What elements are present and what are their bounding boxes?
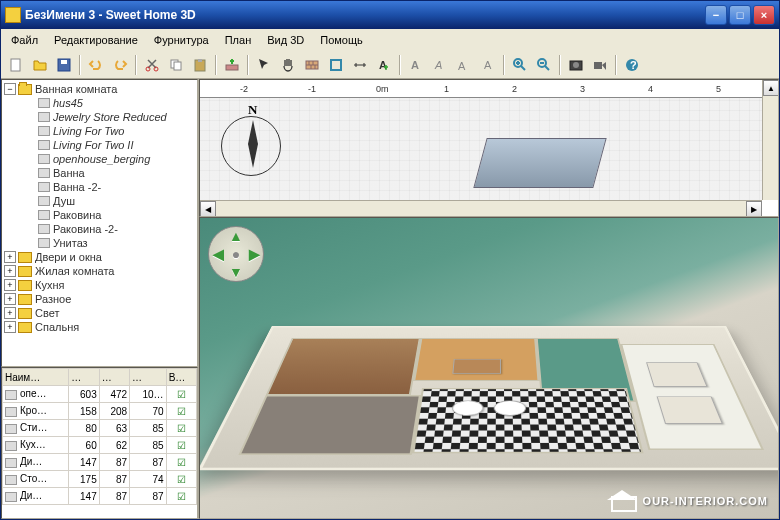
tree-category[interactable]: +Разное (4, 292, 195, 306)
new-button[interactable] (5, 54, 27, 76)
room-hall[interactable] (238, 395, 421, 455)
text-bold-button[interactable]: A (405, 54, 427, 76)
tree-category[interactable]: +Спальня (4, 320, 195, 334)
cell-visible[interactable]: ☑ (166, 437, 196, 454)
dimension-tool[interactable] (349, 54, 371, 76)
tree-item[interactable]: Jewelry Store Reduced (4, 110, 195, 124)
room-checker[interactable] (412, 388, 643, 453)
tree-item[interactable]: Душ (4, 194, 195, 208)
expand-icon[interactable]: + (4, 279, 16, 291)
furniture-sink-1[interactable] (452, 401, 484, 416)
table-header[interactable]: В… (166, 369, 196, 386)
pan-tool[interactable] (277, 54, 299, 76)
tree-item[interactable]: Раковина -2- (4, 222, 195, 236)
nav-left-button[interactable]: ◀ (213, 246, 224, 262)
nav-down-button[interactable]: ▼ (229, 264, 243, 280)
copy-button[interactable] (165, 54, 187, 76)
titlebar[interactable]: БезИмени 3 - Sweet Home 3D − □ × (1, 1, 779, 29)
menu-file[interactable]: Файл (5, 32, 44, 48)
tree-item[interactable]: openhouse_berging (4, 152, 195, 166)
open-button[interactable] (29, 54, 51, 76)
cell-visible[interactable]: ☑ (166, 386, 196, 403)
text-italic-button[interactable]: A (429, 54, 451, 76)
compass[interactable]: N (216, 104, 286, 174)
table-header[interactable]: … (69, 369, 99, 386)
text-tool[interactable]: A (373, 54, 395, 76)
menu-plan[interactable]: План (219, 32, 258, 48)
expand-icon[interactable]: + (4, 307, 16, 319)
close-button[interactable]: × (753, 5, 775, 25)
expand-icon[interactable]: + (4, 321, 16, 333)
add-furniture-button[interactable] (221, 54, 243, 76)
undo-button[interactable] (85, 54, 107, 76)
zoom-out-button[interactable] (533, 54, 555, 76)
tree-item[interactable]: Living For Two II (4, 138, 195, 152)
catalog-tree[interactable]: − Ванная комната hus45Jewelry Store Redu… (1, 79, 198, 367)
text-inc-button[interactable]: A (453, 54, 475, 76)
tree-item[interactable]: Унитаз (4, 236, 195, 250)
room-bedroom[interactable] (265, 338, 420, 395)
table-row[interactable]: Кро…15820870☑ (3, 403, 197, 420)
furniture-table[interactable]: Наим…………В… опе…60347210…☑Кро…15820870☑Ст… (1, 367, 198, 519)
table-row[interactable]: опе…60347210…☑ (3, 386, 197, 403)
cell-visible[interactable]: ☑ (166, 471, 196, 488)
help-button[interactable]: ? (621, 54, 643, 76)
menu-furniture[interactable]: Фурнитура (148, 32, 215, 48)
scroll-up-button[interactable]: ▲ (763, 80, 779, 96)
tree-item[interactable]: Раковина (4, 208, 195, 222)
room-kitchen[interactable] (413, 338, 539, 381)
tree-category[interactable]: +Жилая комната (4, 264, 195, 278)
tree-category[interactable]: +Кухня (4, 278, 195, 292)
room-tool[interactable] (325, 54, 347, 76)
view-3d[interactable]: ▲ ◀ ● ▶ ▼ OUR-INTERIOR.COM (199, 217, 779, 519)
plan-view[interactable]: -2-10m12345 N ▲ ◀ ▶ (199, 79, 779, 217)
table-row[interactable]: Кух…606285☑ (3, 437, 197, 454)
tree-root[interactable]: − Ванная комната (4, 82, 195, 96)
tree-item[interactable]: hus45 (4, 96, 195, 110)
table-row[interactable]: Сти…806385☑ (3, 420, 197, 437)
cut-button[interactable] (141, 54, 163, 76)
table-header[interactable]: … (99, 369, 129, 386)
cell-visible[interactable]: ☑ (166, 488, 196, 505)
tree-item[interactable]: Living For Two (4, 124, 195, 138)
furniture-counter[interactable] (453, 359, 501, 374)
cell-visible[interactable]: ☑ (166, 420, 196, 437)
table-row[interactable]: Ди…1478787☑ (3, 488, 197, 505)
furniture-sofa-1[interactable] (646, 363, 707, 387)
plan-scrollbar-h[interactable]: ◀ ▶ (200, 200, 762, 216)
video-button[interactable] (589, 54, 611, 76)
menu-view3d[interactable]: Вид 3D (261, 32, 310, 48)
table-row[interactable]: Ди…1478787☑ (3, 454, 197, 471)
tree-category[interactable]: +Двери и окна (4, 250, 195, 264)
table-header[interactable]: Наим… (3, 369, 69, 386)
wall-tool[interactable] (301, 54, 323, 76)
tree-category[interactable]: +Свет (4, 306, 195, 320)
nav-3d[interactable]: ▲ ◀ ● ▶ ▼ (208, 226, 264, 282)
cell-visible[interactable]: ☑ (166, 454, 196, 471)
plan-scrollbar-v[interactable]: ▲ (762, 80, 778, 200)
collapse-icon[interactable]: − (4, 83, 16, 95)
minimize-button[interactable]: − (705, 5, 727, 25)
redo-button[interactable] (109, 54, 131, 76)
photo-button[interactable] (565, 54, 587, 76)
menu-help[interactable]: Помощь (314, 32, 369, 48)
tree-item[interactable]: Ванна -2- (4, 180, 195, 194)
save-button[interactable] (53, 54, 75, 76)
table-row[interactable]: Сто…1758774☑ (3, 471, 197, 488)
maximize-button[interactable]: □ (729, 5, 751, 25)
zoom-in-button[interactable] (509, 54, 531, 76)
paste-button[interactable] (189, 54, 211, 76)
text-dec-button[interactable]: A (477, 54, 499, 76)
scroll-left-button[interactable]: ◀ (200, 201, 216, 217)
cell-visible[interactable]: ☑ (166, 403, 196, 420)
expand-icon[interactable]: + (4, 293, 16, 305)
expand-icon[interactable]: + (4, 251, 16, 263)
room-living[interactable] (620, 344, 763, 450)
select-tool[interactable] (253, 54, 275, 76)
menu-edit[interactable]: Редактирование (48, 32, 144, 48)
tree-item[interactable]: Ванна (4, 166, 195, 180)
table-header[interactable]: … (130, 369, 167, 386)
scroll-right-button[interactable]: ▶ (746, 201, 762, 217)
floor-3d[interactable] (199, 326, 779, 470)
expand-icon[interactable]: + (4, 265, 16, 277)
